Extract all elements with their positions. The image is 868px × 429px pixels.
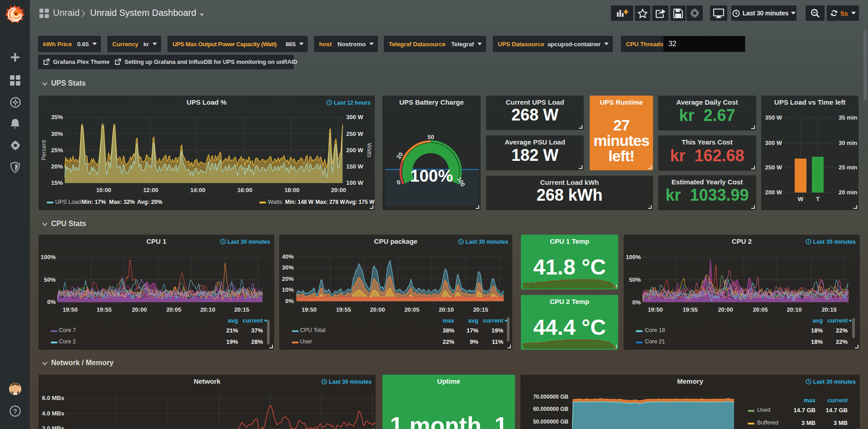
svg-text:?: ? bbox=[13, 408, 17, 415]
